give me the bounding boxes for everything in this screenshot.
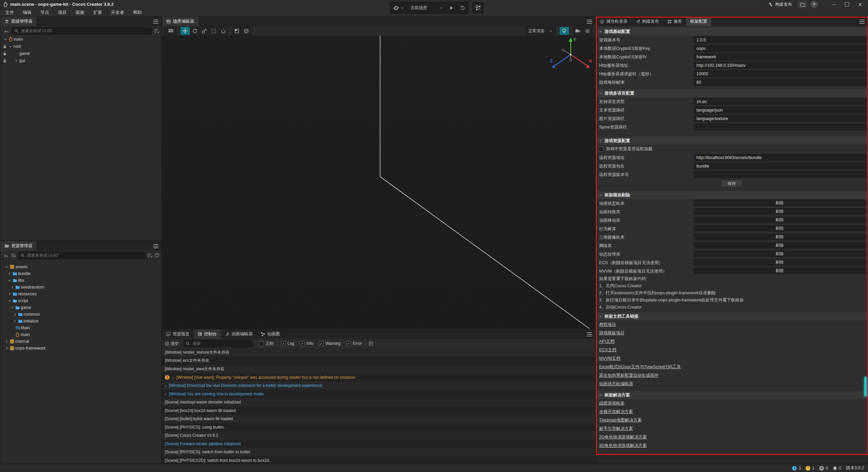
- chevron-right-icon[interactable]: [11, 286, 14, 289]
- field-input[interactable]: [694, 70, 866, 77]
- trim-button[interactable]: 剔除: [694, 251, 866, 257]
- doc-link[interactable]: 战棋游戏框架: [599, 400, 625, 406]
- doc-link[interactable]: 2D角色扮演游戏解决方案: [599, 434, 647, 440]
- doc-link[interactable]: ECS文档: [599, 347, 616, 353]
- field-input[interactable]: [694, 154, 866, 161]
- console-message[interactable]: [Scene] Forward render pipeline initiali…: [162, 440, 595, 448]
- console-message[interactable]: [Scene] [PHYSICS]: using builtin.: [162, 423, 595, 432]
- menu-item[interactable]: 面板: [71, 9, 89, 16]
- doc-link[interactable]: Excel格式转Json文件与TypeScript代码工具: [599, 364, 681, 370]
- trim-button[interactable]: 剔除: [694, 200, 866, 206]
- rect-tool-button[interactable]: [209, 27, 218, 35]
- console-message[interactable]: [Scene] [bullet]:bullet wasm lib loaded.: [162, 415, 595, 423]
- tree-node-script[interactable]: script: [0, 297, 161, 304]
- menu-item[interactable]: 开发者: [106, 9, 129, 16]
- inspector-menu-icon[interactable]: [860, 20, 865, 20]
- help-button[interactable]: ?: [810, 1, 818, 8]
- render-mode-dropdown[interactable]: 正常渲染: [525, 26, 556, 35]
- remote-load-toggle[interactable]: 游戏中资源是否远程加载: [596, 145, 868, 153]
- preview-target-button[interactable]: [390, 2, 407, 14]
- trim-button[interactable]: 剔除: [694, 208, 866, 215]
- console-message[interactable]: [Scene] [PHYSICS]: switch from builtin t…: [162, 448, 595, 456]
- assets-filter-icon[interactable]: [147, 253, 153, 258]
- status-warning[interactable]: ! 1: [806, 466, 814, 471]
- tree-node-oops-framework[interactable]: oops-framework: [0, 345, 161, 352]
- console-message[interactable]: [Scene] meshopt wasm decoder initialized: [162, 398, 595, 407]
- scene-camera-button[interactable]: [573, 27, 583, 35]
- tree-node-seedrandom[interactable]: seedrandom: [0, 284, 161, 291]
- menu-item[interactable]: 项目: [54, 9, 71, 16]
- trim-button[interactable]: 剔除: [694, 225, 866, 232]
- filter-info[interactable]: ✓Info: [300, 341, 313, 346]
- scrollbar-thumb[interactable]: [864, 377, 867, 396]
- tree-node-resources[interactable]: resources: [0, 291, 161, 297]
- doc-link[interactable]: 游戏模板项目: [599, 330, 625, 336]
- chevron-right-icon[interactable]: [15, 59, 18, 62]
- filter-checkbox[interactable]: ✓: [346, 341, 351, 346]
- sort-assets-icon[interactable]: [11, 253, 16, 258]
- console-tab-2[interactable]: 控制台: [194, 329, 221, 339]
- tree-node-Main[interactable]: TSMain: [0, 324, 161, 331]
- console-message[interactable]: ›[Window] Download the Vue Devtools exte…: [162, 381, 595, 390]
- chevron-right-icon[interactable]: [5, 340, 8, 343]
- window-maximize-button[interactable]: [842, 1, 852, 8]
- assets-menu-icon[interactable]: [153, 244, 158, 245]
- regex-checkbox[interactable]: [259, 341, 264, 346]
- save-button[interactable]: 保存: [721, 179, 743, 188]
- scene-viewport[interactable]: Y X Z: [162, 36, 595, 329]
- filter-warning[interactable]: ✓Warning: [319, 341, 340, 346]
- hierarchy-filter-icon[interactable]: [154, 29, 159, 33]
- field-input[interactable]: [694, 45, 866, 52]
- tree-node-common[interactable]: common: [0, 311, 161, 318]
- console-message[interactable]: [Window] ecs文件夹存在: [162, 357, 595, 365]
- preview-qr-button[interactable]: [473, 2, 484, 13]
- console-tab-4[interactable]: 动画图: [257, 329, 284, 339]
- tree-node-gui[interactable]: gui: [0, 57, 161, 64]
- refresh-assets-icon[interactable]: [155, 253, 159, 258]
- field-input[interactable]: [694, 62, 866, 69]
- chevron-down-icon[interactable]: [599, 393, 602, 397]
- expand-arrow-icon[interactable]: ›: [165, 391, 166, 396]
- chevron-right-icon[interactable]: [5, 347, 8, 350]
- filter-checkbox[interactable]: ✓: [300, 341, 305, 346]
- expand-arrow-icon[interactable]: ›: [165, 383, 166, 388]
- doc-link[interactable]: Tiledmap地图解决方案: [599, 417, 642, 423]
- section-header[interactable]: 框架解决方案: [596, 391, 868, 399]
- regex-toggle[interactable]: 正则: [259, 341, 274, 347]
- chevron-down-icon[interactable]: [4, 38, 7, 41]
- filter-checkbox[interactable]: ✓: [281, 341, 286, 346]
- window-close-button[interactable]: ✕: [855, 1, 865, 8]
- console-message[interactable]: [Scene] [PHYSICS2D]: switch from box2d-w…: [162, 456, 595, 464]
- chevron-down-icon[interactable]: [599, 315, 602, 318]
- menu-item[interactable]: 节点: [36, 9, 54, 16]
- menu-item[interactable]: 编辑: [18, 9, 36, 16]
- console-message[interactable]: !›[Window] [Vue warn]: Property "onInput…: [162, 373, 595, 382]
- tree-node-internal[interactable]: internal: [0, 338, 161, 345]
- scene-settings-gear-button[interactable]: [583, 27, 592, 35]
- add-asset-button[interactable]: +▾: [2, 253, 9, 258]
- assets-search-input[interactable]: [26, 253, 143, 258]
- tree-node-libs[interactable]: libs: [0, 277, 161, 284]
- console-menu-icon[interactable]: [587, 332, 592, 333]
- hierarchy-search[interactable]: [12, 27, 152, 35]
- console-search-input[interactable]: [192, 341, 250, 346]
- chevron-down-icon[interactable]: [8, 299, 11, 302]
- tree-node-main[interactable]: main: [0, 36, 161, 43]
- lighting-toggle-button[interactable]: [559, 27, 569, 35]
- console-message[interactable]: [Scene] Cocos Creator v3.8.2: [162, 431, 595, 440]
- chevron-down-icon[interactable]: [11, 306, 14, 309]
- console-message[interactable]: ›[Window] You are running Vue in develop…: [162, 390, 595, 398]
- field-input[interactable]: [694, 162, 866, 170]
- console-message[interactable]: [Window] model_view文件夹存在: [162, 365, 595, 373]
- chevron-right-icon[interactable]: [13, 313, 17, 316]
- status-info[interactable]: i 3: [792, 466, 801, 471]
- field-input[interactable]: [694, 115, 866, 122]
- scene-select-dropdown[interactable]: 当前场景: [407, 2, 446, 14]
- panel-tab-4[interactable]: 框架配置: [686, 17, 711, 26]
- tree-node-game[interactable]: game: [0, 50, 161, 57]
- clear-console-button[interactable]: 清空: [165, 341, 179, 347]
- open-folder-button[interactable]: [798, 1, 807, 8]
- console-search[interactable]: [183, 340, 253, 347]
- tree-node-assets[interactable]: assets: [0, 263, 161, 270]
- window-minimize-button[interactable]: ─: [829, 1, 839, 8]
